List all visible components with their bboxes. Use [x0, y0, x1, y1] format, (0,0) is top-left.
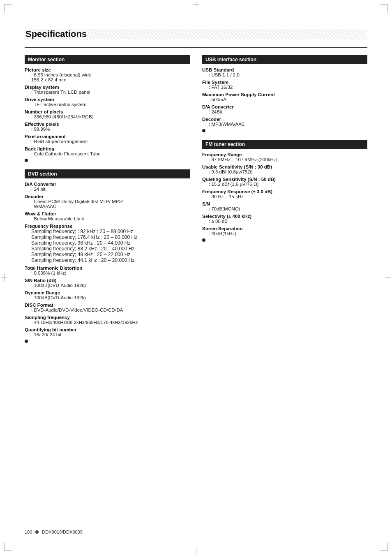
usb-section: USB interface section USB Standard : USB… [202, 55, 367, 132]
spec-label-dvd-disc-format: DISC Format [25, 303, 190, 308]
spec-value-picture-size-1: : 6.95 inches (diagonal) wide [25, 72, 190, 77]
fm-section-header: FM tuner section [202, 140, 367, 149]
usb-section-end [202, 129, 367, 132]
spec-fm-stereo-separation: Stereo Separation : 40dB(1kHz) [202, 226, 367, 236]
spec-value-usb-file-system: : FAT 16/32 [202, 85, 367, 90]
spec-label-usb-da-converter: D/A Converter [202, 104, 367, 109]
spec-value-usb-standard: : USB 1.1 / 2.0 [202, 72, 367, 77]
dvd-section: DVD section D/A Converter : 24 bit Decod… [25, 169, 190, 343]
spec-value-fm-selectivity: : ≥ 80 dB [202, 219, 367, 224]
spec-dvd-freq-response: Frequency Response Sampling frequency; 1… [25, 224, 190, 263]
spec-dvd-da-converter: D/A Converter : 24 bit [25, 182, 190, 192]
spec-value-fm-freq-response: : 30 Hz – 15 kHz [202, 194, 367, 199]
spec-value-display-system: : Transparent TN LCD panel [25, 90, 190, 95]
freq-line-6: Sampling frequency; 44.1 kHz : 20 – 20,0… [31, 257, 190, 263]
corner-mark-bl [4, 543, 12, 551]
spec-value-dvd-freq-response: Sampling frequency; 192 kHz : 20 – 88,00… [25, 229, 190, 263]
spec-label-fm-freq-range: Frequency Range [202, 152, 367, 157]
spec-value-fm-usable-sensitivity: : 9.3 dBf (0.8μv/75Ω) [202, 169, 367, 174]
page-title-area: Specifications [25, 29, 367, 39]
page-title: Specifications [25, 27, 88, 41]
spec-value-dvd-decoder: : Linear PCM/ Dolby Digital/ dts/ MLP/ M… [25, 199, 190, 209]
footer-dot [35, 530, 39, 534]
spec-label-display-system: Display system [25, 85, 190, 90]
corner-mark-br [380, 543, 388, 551]
spec-label-dvd-thd: Total Harmonic Distortion [25, 266, 190, 271]
spec-label-fm-sn: S/N [202, 201, 367, 206]
spec-picture-size: Picture size : 6.95 inches (diagonal) wi… [25, 67, 190, 82]
spec-value-number-of-pixels: : 336,960 (480H×234V×RGB) [25, 114, 190, 119]
footer-model: DDX8019/DDX8039 [42, 530, 82, 534]
spec-dvd-sampling-freq: Sampling frequency : 44.1kHz/48kHz/88.2k… [25, 315, 190, 325]
spec-label-dvd-freq-response: Frequency Response [25, 224, 190, 229]
spec-dvd-dynamic-range: Dynamic Range : 100dB(DVD-Audio 192k) [25, 290, 190, 300]
spec-value-picture-size-2: 156.2 x 82.4 mm [25, 77, 190, 82]
dvd-section-end [25, 340, 190, 343]
spec-value-dvd-dynamic-range: : 100dB(DVD-Audio 192k) [25, 295, 190, 300]
title-underline [25, 47, 367, 48]
page-footer: 100 DDX8019/DDX8039 [25, 530, 83, 534]
spec-back-lighting: Back lighting : Cold Cathode Fluorescent… [25, 146, 190, 156]
spec-value-usb-da-converter: : 24Bit [202, 109, 367, 114]
spec-label-drive-system: Drive system [25, 97, 190, 102]
spec-dvd-thd: Total Harmonic Distortion : 0.008% (1 kH… [25, 266, 190, 275]
usb-bullet [202, 129, 205, 132]
spec-value-usb-decoder: : MP3/WMA/AAC [202, 122, 367, 127]
monitor-section: Monitor section Picture size : 6.95 inch… [25, 55, 190, 162]
spec-drive-system: Drive system : TFT active matrix system [25, 97, 190, 107]
spec-value-dvd-thd: : 0.008% (1 kHz) [25, 271, 190, 275]
spec-value-usb-max-power: : 500mA [202, 97, 367, 102]
spec-label-usb-file-system: File System [202, 80, 367, 85]
spec-usb-file-system: File System : FAT 16/32 [202, 80, 367, 90]
spec-value-fm-stereo-separation: : 40dB(1kHz) [202, 231, 367, 236]
monitor-section-end [25, 159, 190, 162]
spec-usb-max-power: Maximum Power Supply Current : 500mA [202, 92, 367, 102]
left-column: Monitor section Picture size : 6.95 inch… [25, 55, 190, 350]
spec-label-fm-selectivity: Selectivity (± 400 kHz) [202, 214, 367, 219]
spec-value-dvd-wow-flutter: : Below Measurable Limit [25, 216, 190, 221]
usb-section-header: USB interface section [202, 55, 367, 64]
spec-fm-usable-sensitivity: Usable Sensitivity (S/N : 30 dB) : 9.3 d… [202, 164, 367, 174]
spec-label-dvd-quant-bit: Quantifying bit number [25, 327, 190, 332]
spec-pixel-arrangement: Pixel arrangement : RGB striped arrangem… [25, 134, 190, 144]
spec-label-dvd-dynamic-range: Dynamic Range [25, 290, 190, 295]
spec-display-system: Display system : Transparent TN LCD pane… [25, 85, 190, 95]
spec-value-dvd-sampling-freq: : 44.1kHz/48kHz/88.2kHz/96kHz/176.4kHz/1… [25, 320, 190, 325]
spec-label-number-of-pixels: Number of pixels [25, 109, 190, 114]
spec-fm-sn: S/N : 70dB(MONO) [202, 201, 367, 211]
monitor-bullet [25, 159, 28, 162]
spec-value-fm-quieting-sensitivity: : 15.2 dBf (1.6 μV/75 Ω) [202, 182, 367, 187]
spec-label-effective-pixels: Effective pixels [25, 122, 190, 127]
fm-bullet [202, 238, 205, 242]
spec-value-dvd-sn-ratio: : 100dB(DVD-Audio 192k) [25, 283, 190, 288]
spec-label-fm-stereo-separation: Stereo Separation [202, 226, 367, 231]
spec-usb-da-converter: D/A Converter : 24Bit [202, 104, 367, 114]
spec-label-usb-standard: USB Standard [202, 67, 367, 72]
spec-label-fm-usable-sensitivity: Usable Sensitivity (S/N : 30 dB) [202, 164, 367, 169]
spec-usb-standard: USB Standard : USB 1.1 / 2.0 [202, 67, 367, 77]
right-column: USB interface section USB Standard : USB… [202, 55, 367, 350]
content-columns: Monitor section Picture size : 6.95 inch… [25, 55, 367, 350]
page: Specifications Monitor section Picture s… [0, 0, 392, 555]
dvd-section-header: DVD section [25, 169, 190, 178]
spec-label-picture-size: Picture size [25, 67, 190, 72]
fm-section-end [202, 238, 367, 242]
page-number: 100 [25, 530, 32, 534]
freq-line-1: Sampling frequency; 192 kHz : 20 – 88,00… [31, 229, 190, 234]
spec-value-fm-sn: : 70dB(MONO) [202, 206, 367, 211]
spec-effective-pixels: Effective pixels : 99.99% [25, 122, 190, 132]
spec-value-dvd-da-converter: : 24 bit [25, 187, 190, 192]
spec-value-back-lighting: : Cold Cathode Fluorescent Tube [25, 151, 190, 156]
spec-dvd-decoder: Decoder : Linear PCM/ Dolby Digital/ dts… [25, 194, 190, 209]
freq-line-3: Sampling frequency; 96 kHz : 20 – 44,000… [31, 240, 190, 246]
spec-dvd-wow-flutter: Wow & Flutter : Below Measurable Limit [25, 211, 190, 221]
spec-dvd-sn-ratio: S/N Ratio (dB) : 100dB(DVD-Audio 192k) [25, 278, 190, 288]
spec-value-pixel-arrangement: : RGB striped arrangement [25, 139, 190, 144]
freq-line-4: Sampling frequency; 88.2 kHz : 20 – 40,0… [31, 246, 190, 252]
spec-label-dvd-wow-flutter: Wow & Flutter [25, 211, 190, 216]
freq-line-2: Sampling frequency; 176.4 kHz : 20 – 80,… [31, 234, 190, 240]
monitor-section-header: Monitor section [25, 55, 190, 64]
spec-label-fm-quieting-sensitivity: Quieting Sensitivity (S/N : 50 dB) [202, 177, 367, 182]
spec-label-pixel-arrangement: Pixel arrangement [25, 134, 190, 139]
spec-label-dvd-da-converter: D/A Converter [25, 182, 190, 187]
